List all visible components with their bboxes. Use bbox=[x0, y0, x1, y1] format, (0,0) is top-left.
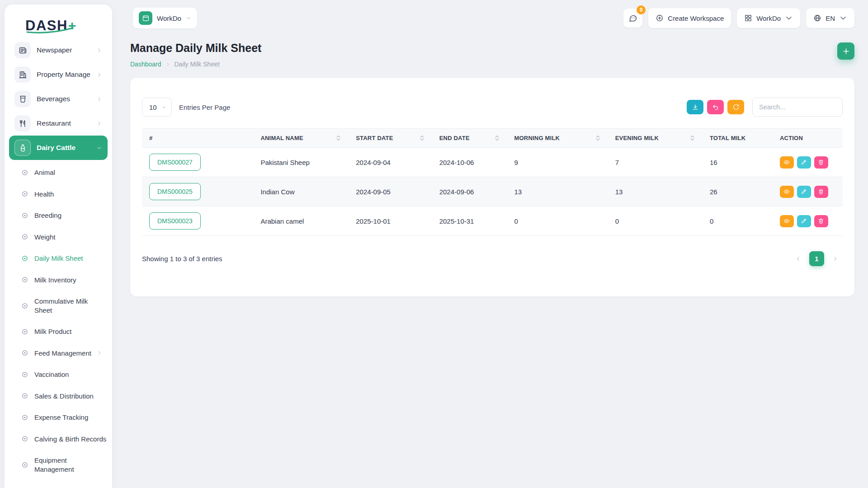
column-header-end-date[interactable]: END DATE bbox=[432, 128, 507, 148]
search-input[interactable] bbox=[752, 98, 843, 117]
create-workspace-label: Create Workspace bbox=[668, 14, 724, 22]
sidebar-subitem-waste-management[interactable]: Waste Management bbox=[14, 480, 103, 488]
sidebar: DASH+ Newspaper Property Manage Beverage… bbox=[5, 5, 112, 488]
page-1-button[interactable]: 1 bbox=[809, 251, 824, 266]
entries-per-page-select[interactable]: 10 bbox=[142, 98, 172, 117]
sidebar-subitem-breeding[interactable]: Breeding bbox=[14, 205, 103, 226]
add-record-button[interactable] bbox=[837, 42, 854, 60]
delete-button[interactable] bbox=[814, 156, 828, 169]
sidebar-item-label: Dairy Cattle bbox=[37, 144, 90, 152]
sidebar-menu: Newspaper Property Manage Beverages Rest… bbox=[5, 33, 112, 488]
view-button[interactable] bbox=[780, 156, 794, 169]
edit-button[interactable] bbox=[797, 215, 811, 227]
column-header-evening-milk[interactable]: EVENING MILK bbox=[608, 128, 703, 148]
sort-icon[interactable] bbox=[689, 135, 695, 141]
workspace-name: WorkDo bbox=[157, 14, 181, 22]
next-page-button[interactable] bbox=[828, 251, 843, 266]
sort-icon[interactable] bbox=[494, 135, 500, 141]
workspace-icon bbox=[139, 11, 152, 25]
sidebar-item-label: Beverages bbox=[37, 95, 90, 103]
breadcrumb-dashboard-link[interactable]: Dashboard bbox=[130, 61, 161, 68]
language-button[interactable]: EN bbox=[806, 8, 854, 28]
app-switcher-button[interactable]: WorkDo bbox=[737, 8, 800, 28]
sidebar-item-property-manage[interactable]: Property Manage bbox=[9, 62, 108, 87]
edit-button[interactable] bbox=[797, 156, 811, 169]
row-id-chip[interactable]: DMS000023 bbox=[149, 212, 201, 230]
sidebar-subitem-milk-product[interactable]: Milk Product bbox=[14, 321, 103, 343]
milk-bottle-icon bbox=[14, 140, 31, 156]
bullet-icon bbox=[21, 211, 29, 220]
sidebar-subitem-milk-inventory[interactable]: Milk Inventory bbox=[14, 269, 103, 291]
delete-button[interactable] bbox=[814, 186, 828, 198]
undo-icon bbox=[712, 103, 719, 111]
delete-button[interactable] bbox=[814, 215, 828, 227]
total-milk-cell: 26 bbox=[703, 177, 773, 206]
chevron-down-icon bbox=[839, 14, 847, 22]
table-row: DMS000027 Pakistani Sheep 2024-09-04 202… bbox=[142, 148, 843, 177]
trash-icon bbox=[818, 218, 824, 224]
sidebar-subitem-feed-management[interactable]: Feed Management bbox=[14, 343, 103, 364]
pencil-icon bbox=[801, 218, 807, 224]
sidebar-item-newspaper[interactable]: Newspaper bbox=[9, 38, 108, 62]
sidebar-subitem-label: Health bbox=[34, 190, 54, 199]
milk-sheet-table: # ANIMAL NAME START DATE END DATE MORNIN… bbox=[142, 128, 843, 236]
row-actions bbox=[780, 186, 835, 198]
chat-icon bbox=[628, 14, 637, 23]
sidebar-item-dairy-cattle[interactable]: Dairy Cattle bbox=[9, 136, 108, 160]
sidebar-subitem-equipment-management[interactable]: Equipment Management bbox=[14, 450, 103, 480]
row-id-chip[interactable]: DMS000027 bbox=[149, 154, 201, 171]
total-milk-cell: 16 bbox=[703, 148, 773, 177]
sidebar-subitem-label: Milk Product bbox=[34, 327, 72, 336]
refresh-icon bbox=[732, 103, 740, 111]
sidebar-item-label: Restaurant bbox=[37, 119, 90, 127]
sort-icon[interactable] bbox=[335, 135, 341, 141]
cup-icon bbox=[14, 91, 31, 107]
sidebar-subitem-label: Equipment Management bbox=[34, 456, 91, 474]
sort-icon[interactable] bbox=[595, 135, 601, 141]
newspaper-icon bbox=[14, 42, 31, 58]
sidebar-item-restaurant[interactable]: Restaurant bbox=[9, 111, 108, 136]
start-date-cell: 2025-10-01 bbox=[349, 206, 432, 236]
bullet-icon bbox=[21, 233, 29, 241]
sidebar-subitem-calving-birth-records[interactable]: Calving & Birth Records bbox=[14, 428, 103, 450]
messages-button[interactable]: 0 bbox=[623, 9, 642, 28]
view-button[interactable] bbox=[780, 186, 794, 198]
reset-button[interactable] bbox=[707, 100, 724, 114]
column-header-animal-name[interactable]: ANIMAL NAME bbox=[253, 128, 349, 148]
sidebar-subitem-health[interactable]: Health bbox=[14, 183, 103, 205]
refresh-button[interactable] bbox=[727, 100, 744, 114]
toolbar-actions bbox=[687, 98, 843, 117]
row-id-chip[interactable]: DMS000025 bbox=[149, 183, 201, 200]
create-workspace-button[interactable]: Create Workspace bbox=[648, 8, 731, 28]
sort-icon[interactable] bbox=[419, 135, 425, 141]
sidebar-subitem-vaccination[interactable]: Vaccination bbox=[14, 364, 103, 385]
chevron-right-icon bbox=[96, 96, 102, 102]
sidebar-subitem-label: Daily Milk Sheet bbox=[34, 254, 83, 263]
column-header-start-date[interactable]: START DATE bbox=[349, 128, 432, 148]
sidebar-subitem-sales-distribution[interactable]: Sales & Distribution bbox=[14, 385, 103, 407]
column-header-morning-milk[interactable]: MORNING MILK bbox=[507, 128, 608, 148]
sidebar-subitem-daily-milk-sheet[interactable]: Daily Milk Sheet bbox=[14, 248, 103, 269]
edit-button[interactable] bbox=[797, 186, 811, 198]
column-header-action: ACTION bbox=[773, 128, 843, 148]
breadcrumb-current: Daily Milk Sheet bbox=[175, 61, 220, 68]
showing-entries-text: Showing 1 to 3 of 3 entries bbox=[142, 255, 222, 263]
workspace-switcher[interactable]: WorkDo bbox=[133, 8, 197, 28]
bullet-icon bbox=[21, 435, 29, 443]
prev-page-button[interactable] bbox=[791, 251, 806, 266]
page-content: Manage Daily Milk Sheet Dashboard Daily … bbox=[112, 33, 868, 296]
sidebar-subitem-commulative-milk-sheet[interactable]: Commulative Milk Sheet bbox=[14, 291, 103, 321]
table-row: DMS000025 Indian Cow 2024-09-05 2024-09-… bbox=[142, 177, 843, 206]
sidebar-item-beverages[interactable]: Beverages bbox=[9, 87, 108, 111]
view-button[interactable] bbox=[780, 215, 794, 227]
sidebar-subitem-weight[interactable]: Weight bbox=[14, 226, 103, 248]
sidebar-subitem-label: Expense Tracking bbox=[34, 413, 88, 422]
export-button[interactable] bbox=[687, 100, 703, 114]
brand-logo[interactable]: DASH+ bbox=[5, 10, 112, 33]
bullet-icon bbox=[21, 413, 29, 422]
plus-icon bbox=[842, 47, 850, 56]
sidebar-subitem-label: Waste Management bbox=[34, 486, 95, 488]
sidebar-subitem-expense-tracking[interactable]: Expense Tracking bbox=[14, 407, 103, 428]
page-title: Manage Daily Milk Sheet bbox=[130, 42, 261, 55]
sidebar-subitem-animal[interactable]: Animal bbox=[14, 162, 103, 183]
